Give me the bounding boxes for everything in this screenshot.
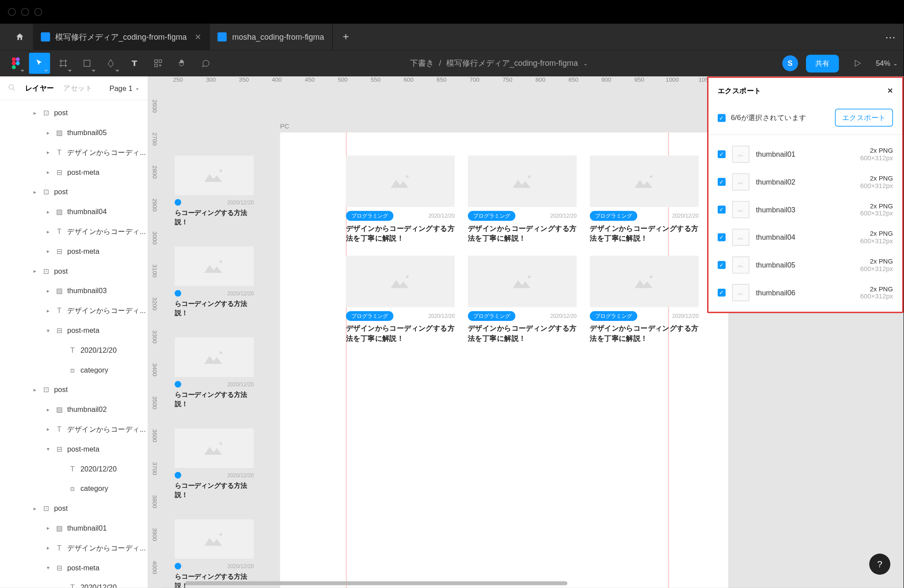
layer-row[interactable]: ▾⊟post-meta [0,558,147,577]
layer-row[interactable]: ▸⊡post [0,182,147,202]
layer-row[interactable]: ▾⊟post-meta [0,320,147,340]
tab-active[interactable]: 模写修行メディア_coding-from-figma ✕ [33,24,210,50]
minimize-window[interactable] [21,8,29,16]
chevron-icon[interactable]: ▸ [32,387,38,392]
chevron-icon[interactable]: ▸ [45,426,52,432]
chevron-icon[interactable]: ▸ [45,169,52,175]
post-card[interactable]: プログラミング2020/12/20 デザインからコーディングする方法を丁寧に解説… [468,256,576,343]
post-card[interactable]: 2020/12/20 らコーディングする方法説！ [175,519,254,588]
chevron-icon[interactable]: ▸ [45,307,52,313]
post-card[interactable]: プログラミング2020/12/20 デザインからコーディングする方法を丁寧に解説… [590,256,698,343]
post-card[interactable]: プログラミング2020/12/20 デザインからコーディングする方法を丁寧に解説… [590,155,698,243]
layer-row[interactable]: ▸▨thumbnail02 [0,400,147,419]
maximize-window[interactable] [34,8,42,16]
chevron-icon[interactable]: ▸ [45,209,52,215]
menu-button[interactable]: ⋯ [877,24,904,50]
text-tool[interactable] [124,53,145,74]
layer-row[interactable]: ▸▨thumbnail01 [0,518,147,538]
canvas-area[interactable]: 2503003504004505005506006507007508008509… [148,76,904,588]
export-item[interactable]: thumbnail02 2x PNG600×312px [708,168,902,196]
chevron-icon[interactable]: ▸ [45,288,52,294]
chevron-down-icon[interactable]: ⌄ [583,60,588,67]
close-window[interactable] [8,8,16,16]
layer-row[interactable]: ▸⊡post [0,261,147,281]
page-selector[interactable]: Page 1 ⌄ [109,84,139,92]
share-button[interactable]: 共有 [806,54,839,72]
chevron-icon[interactable]: ▸ [32,110,38,116]
layer-row[interactable]: ▸▨thumbnail03 [0,281,147,301]
layer-row[interactable]: T2020/12/20 [0,459,147,479]
export-item[interactable]: thumbnail01 2x PNG600×312px [708,140,902,168]
export-item[interactable]: thumbnail06 2x PNG600×312px [708,279,902,307]
chevron-icon[interactable]: ▸ [45,248,52,254]
chevron-icon[interactable]: ▸ [45,228,52,234]
chevron-icon[interactable]: ▸ [32,268,38,274]
home-button[interactable] [7,24,33,50]
close-icon[interactable]: ✕ [195,32,201,41]
search-icon[interactable] [8,82,16,94]
assets-tab[interactable]: アセット [63,83,92,93]
layer-row[interactable]: ▸▨thumbnail05 [0,123,147,143]
post-card[interactable]: プログラミング2020/12/20 デザインからコーディングする方法を丁寧に解説… [468,155,576,243]
post-card[interactable]: プログラミング2020/12/20 デザインからコーディングする方法を丁寧に解説… [346,256,455,343]
post-card[interactable]: 2020/12/20 らコーディングする方法説！ [175,246,254,317]
layers-tab[interactable]: レイヤー [25,83,54,93]
pen-tool[interactable] [100,53,121,74]
chevron-icon[interactable]: ▸ [45,149,52,155]
zoom-control[interactable]: 54% ⌄ [876,59,898,67]
move-tool[interactable] [29,53,50,74]
export-button[interactable]: エクスポート [835,109,893,126]
post-card[interactable]: プログラミング2020/12/20 デザインからコーディングする方法を丁寧に解説… [346,155,455,243]
layer-row[interactable]: ▸Tデザインからコーディ... [0,142,147,162]
shape-tool[interactable] [76,53,98,74]
scrollbar-horizontal[interactable] [185,581,568,585]
tab-secondary[interactable]: mosha_coding-from-figma [210,24,332,50]
checkbox-all[interactable] [718,114,726,122]
layer-row[interactable]: ▸Tデザインからコーディ... [0,301,147,320]
post-card[interactable]: 2020/12/20 らコーディングする方法説！ [175,155,254,226]
checkbox[interactable] [718,150,726,158]
chevron-icon[interactable]: ▾ [45,446,52,452]
post-card[interactable]: 2020/12/20 らコーディングする方法説！ [175,428,254,499]
layer-row[interactable]: ▸⊟post-meta [0,162,147,182]
resources-tool[interactable] [147,53,169,74]
help-button[interactable]: ? [869,554,890,575]
checkbox[interactable] [718,206,726,214]
present-button[interactable] [847,53,868,74]
chevron-icon[interactable]: ▸ [45,406,52,412]
chevron-icon[interactable]: ▸ [32,505,38,511]
post-card[interactable]: 2020/12/20 らコーディングする方法説！ [175,337,254,408]
layer-row[interactable]: ▸⊡post [0,380,147,400]
chevron-icon[interactable]: ▾ [45,565,52,570]
figma-menu[interactable] [5,53,26,74]
layer-row[interactable]: ▸⊟post-meta [0,241,147,261]
frame-label[interactable]: PC [280,123,290,130]
layer-row[interactable]: ▸▨thumbnail04 [0,202,147,222]
chevron-icon[interactable]: ▸ [45,545,52,550]
layer-row[interactable]: ⧈category [0,360,147,380]
layer-row[interactable]: ⧈category [0,479,147,498]
layer-row[interactable]: ▸Tデザインからコーディ... [0,419,147,439]
chevron-icon[interactable]: ▸ [32,189,38,195]
layer-row[interactable]: ▾⊟post-meta [0,439,147,459]
layer-row[interactable]: ▸⊡post [0,498,147,518]
avatar[interactable]: S [782,55,798,71]
layer-row[interactable]: T2020/12/20 [0,577,147,588]
layer-tree[interactable]: ▸⊡post▸▨thumbnail05▸Tデザインからコーディ...▸⊟post… [0,100,147,588]
comment-tool[interactable] [195,53,216,74]
checkbox[interactable] [718,261,726,269]
close-icon[interactable]: ✕ [887,87,893,95]
export-item[interactable]: thumbnail03 2x PNG600×312px [708,196,902,223]
frame-tool[interactable] [53,53,74,74]
export-item[interactable]: thumbnail05 2x PNG600×312px [708,251,902,279]
layer-row[interactable]: ▸Tデザインからコーディ... [0,222,147,241]
breadcrumb[interactable]: 下書き / 模写修行メディア_coding-from-figma ⌄ [219,58,780,69]
chevron-icon[interactable]: ▸ [45,129,52,135]
layer-row[interactable]: ▸⊡post [0,103,147,123]
checkbox[interactable] [718,289,726,297]
checkbox[interactable] [718,178,726,186]
new-tab-button[interactable]: + [333,24,359,50]
chevron-icon[interactable]: ▸ [45,525,52,531]
checkbox[interactable] [718,234,726,241]
chevron-icon[interactable]: ▾ [45,327,52,333]
